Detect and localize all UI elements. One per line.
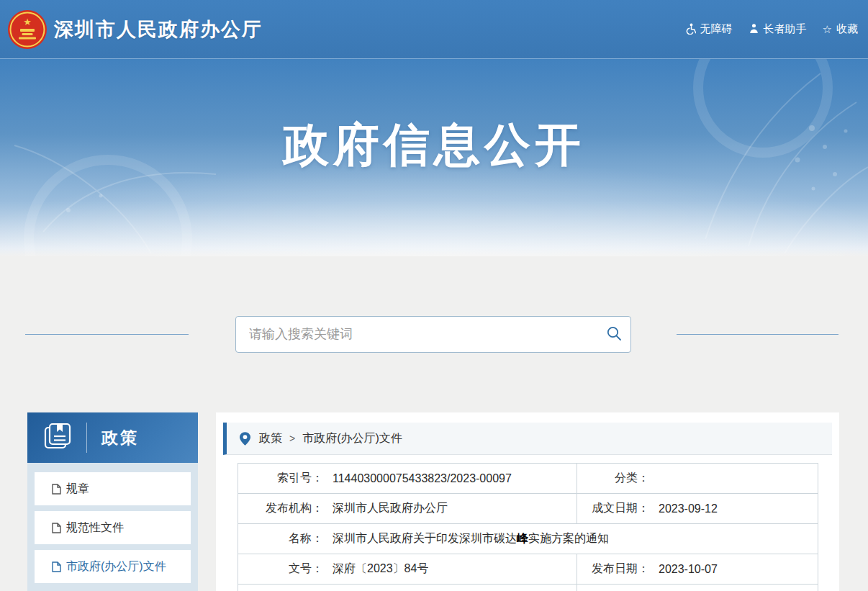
- document-icon: [52, 561, 61, 572]
- book-icon: [43, 423, 73, 453]
- document-number-label: 文号：: [238, 561, 323, 577]
- sidebar-item-normative-documents[interactable]: 规范性文件: [35, 511, 191, 544]
- elder-assistant-label: 长者助手: [764, 22, 807, 36]
- search-button[interactable]: [597, 317, 630, 352]
- sidebar-item-municipal-government-documents[interactable]: 市政府(办公厅)文件: [35, 550, 191, 583]
- favorite-link[interactable]: ☆ 收藏: [823, 22, 858, 36]
- table-row: 发布机构： 深圳市人民政府办公厅 成文日期： 2023-09-12: [238, 494, 818, 524]
- publish-date-cell: 发布日期： 2023-10-07: [577, 554, 818, 585]
- document-number-cell: 文号： 深府〔2023〕84号: [238, 554, 577, 585]
- document-number-value: 深府〔2023〕84号: [333, 561, 428, 577]
- elder-icon: [749, 23, 759, 35]
- search-bar: [235, 316, 631, 353]
- sidebar-item-label: 市政府(办公厅)文件: [66, 559, 166, 574]
- breadcrumb-item-policy[interactable]: 政策: [259, 431, 282, 446]
- publish-date-label: 发布日期：: [577, 561, 649, 577]
- issue-date-label: 成文日期：: [577, 501, 649, 516]
- sidebar: 政策 规章 规范性文件 市政府(办公厅)文件: [27, 412, 198, 591]
- title-cell: 名称： 深圳市人民政府关于印发深圳市碳达峰实施方案的通知: [238, 524, 818, 554]
- accessibility-link[interactable]: 无障碍: [684, 22, 733, 36]
- index-number-label: 索引号：: [238, 471, 323, 486]
- content-panel: 政策 > 市政府(办公厅)文件 索引号： 114403000075433823/…: [216, 412, 839, 591]
- elder-assistant-link[interactable]: 长者助手: [749, 22, 807, 36]
- publish-date-value: 2023-10-07: [659, 563, 718, 576]
- svg-text:★: ★: [23, 17, 32, 27]
- issuing-agency-label: 发布机构：: [238, 501, 323, 516]
- search-input[interactable]: [236, 317, 597, 352]
- sidebar-header-divider: [86, 423, 87, 453]
- topbar: ★ 深圳市人民政府办公厅 无障碍 长者助: [0, 0, 868, 59]
- issue-date-value: 2023-09-12: [659, 502, 718, 515]
- location-pin-icon: [240, 432, 250, 446]
- national-emblem-logo: ★: [6, 9, 48, 50]
- search-left-divider: [25, 334, 189, 335]
- breadcrumb: 政策 > 市政府(办公厅)文件: [223, 423, 832, 455]
- topbar-links: 无障碍 长者助手 ☆ 收藏: [684, 22, 858, 36]
- document-icon: [52, 484, 61, 495]
- table-row: 索引号： 114403000075433823/2023-00097 分类：: [238, 464, 818, 494]
- index-number-value: 114403000075433823/2023-00097: [333, 472, 512, 485]
- table-row-partial: [238, 585, 818, 591]
- issue-date-cell: 成文日期： 2023-09-12: [577, 494, 818, 524]
- document-icon: [52, 523, 61, 533]
- index-number-cell: 索引号： 114403000075433823/2023-00097: [238, 464, 577, 494]
- issuing-agency-value: 深圳市人民政府办公厅: [333, 501, 448, 516]
- sidebar-item-label: 规章: [66, 482, 89, 497]
- search-right-divider: [677, 334, 838, 335]
- title-value: 深圳市人民政府关于印发深圳市碳达峰实施方案的通知: [333, 531, 609, 546]
- banner: 政府信息公开: [0, 59, 868, 256]
- breadcrumb-item-municipal-documents[interactable]: 市政府(办公厅)文件: [302, 431, 402, 446]
- table-row: 名称： 深圳市人民政府关于印发深圳市碳达峰实施方案的通知: [238, 524, 818, 554]
- accessibility-icon: [684, 23, 696, 36]
- sidebar-header-label: 政策: [101, 427, 139, 449]
- document-metadata-table: 索引号： 114403000075433823/2023-00097 分类： 发…: [238, 463, 818, 591]
- sidebar-item-label: 规范性文件: [66, 520, 124, 536]
- partial-cell: [238, 585, 577, 591]
- site-title: 深圳市人民政府办公厅: [54, 17, 263, 42]
- sidebar-item-regulations[interactable]: 规章: [35, 472, 191, 505]
- search-icon: [607, 326, 622, 343]
- accessibility-label: 无障碍: [700, 22, 733, 36]
- partial-cell: [577, 585, 818, 591]
- page-title: 政府信息公开: [0, 114, 868, 176]
- sidebar-header-policy[interactable]: 政策: [27, 412, 198, 463]
- category-cell: 分类：: [577, 464, 818, 494]
- highlighted-keyword: 峰: [517, 532, 528, 544]
- sidebar-menu: 规章 规范性文件 市政府(办公厅)文件: [27, 463, 198, 583]
- table-row: 文号： 深府〔2023〕84号 发布日期： 2023-10-07: [238, 554, 818, 585]
- favorite-label: 收藏: [836, 22, 858, 36]
- star-icon: ☆: [823, 24, 832, 35]
- title-label: 名称：: [238, 531, 323, 546]
- issuing-agency-cell: 发布机构： 深圳市人民政府办公厅: [238, 494, 577, 524]
- category-label: 分类：: [577, 471, 649, 486]
- breadcrumb-separator: >: [289, 433, 295, 444]
